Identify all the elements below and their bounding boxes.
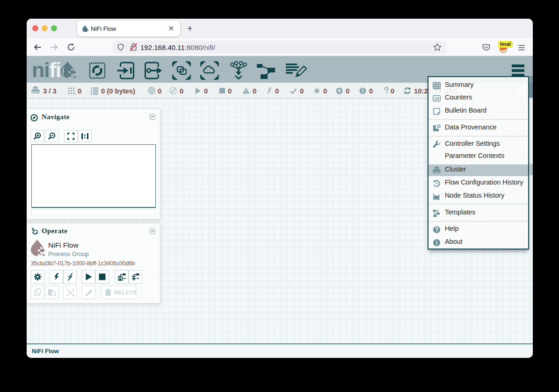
svg-text:23: 23 [435,96,439,101]
